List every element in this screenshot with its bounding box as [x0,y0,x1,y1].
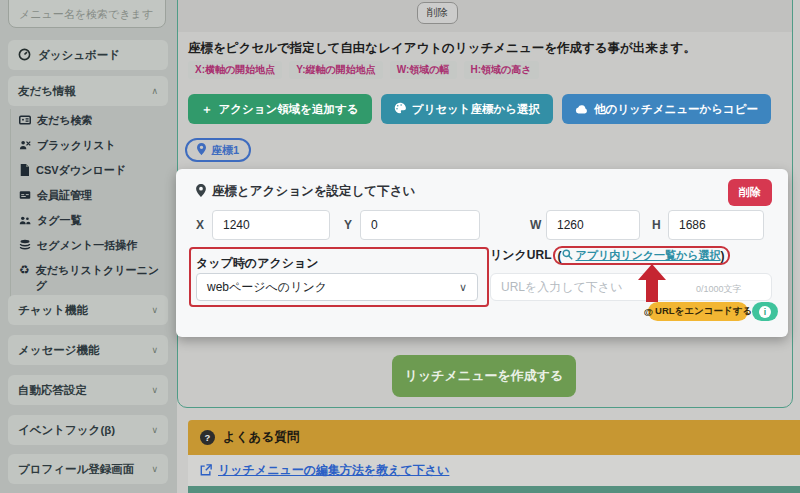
tab-coordinate-1[interactable]: 座標1 [185,138,251,162]
sidebar-item-label: ブラックリスト [37,138,116,153]
sidebar-subnav: 友だち検索 ブラックリスト CSVダウンロード 会員証管理 [10,109,168,297]
link-url-row: リンクURL ( アプリ内リンク一覧から選択 ) [490,246,731,265]
pin-icon [196,184,206,200]
tab-label: 座標1 [211,143,239,158]
preset-coordinates-button[interactable]: プリセット座標から選択 [381,94,553,124]
sidebar-item-label: チャット機能 [18,303,88,318]
sidebar-item-label: CSVダウンロード [36,163,126,178]
url-char-counter: 0/1000文字 [696,283,742,296]
h-field[interactable] [668,210,764,240]
app-link-text: アプリ内リンク一覧から選択 [576,248,721,263]
coordinate-description: 座標をピクセルで指定して自由なレイアウトのリッチメニューを作成する事が出来ます。 [188,40,696,57]
card-title-row: 座標とアクションを設定して下さい [196,183,415,200]
annotation-box-applink: ( アプリ内リンク一覧から選択 ) [553,246,730,265]
create-rich-menu-button[interactable]: リッチメニューを作成する [392,355,576,397]
sidebar-item-event-hook[interactable]: イベントフック(β) ∨ [8,415,168,445]
copy-from-other-menu-button[interactable]: 他のリッチメニューからコピー [562,94,771,124]
w-field-label: W [530,210,541,240]
sidebar-item-label: プロフィール登録画面 [18,462,134,477]
chevron-down-icon: ∨ [151,385,158,395]
tap-action-label: タップ時のアクション [196,255,319,272]
button-label: アクション領域を追加する [219,102,359,117]
x-field[interactable] [212,210,330,240]
add-action-area-button[interactable]: ＋ アクション領域を追加する [188,94,372,124]
sidebar-item-label: イベントフック(β) [18,423,115,438]
link-at-icon: @ [644,306,653,317]
blocked-user-icon [19,139,31,155]
question-icon: ? [200,430,215,445]
page: ダッシュボード 友だち情報 ∧ 友だち検索 ブラックリスト [0,0,800,493]
sidebar-item-label: 会員証管理 [37,188,92,203]
sidebar-item-friend-info[interactable]: 友だち情報 ∧ [8,76,168,106]
sidebar-item-message[interactable]: メッセージ機能 ∨ [8,335,168,365]
sidebar-item-label: 友だちリストクリーニング [36,263,168,293]
w-field[interactable] [546,210,640,240]
chevron-down-icon: ∨ [151,425,158,435]
sidebar: ダッシュボード 友だち情報 ∧ 友だち検索 ブラックリスト [0,0,177,493]
chevron-down-icon: ∨ [151,305,158,315]
faq-edit-link[interactable]: リッチメニューの編集方法を教えて下さい [218,462,449,479]
encode-info-button[interactable]: i [752,302,778,321]
app-link-list-link[interactable]: アプリ内リンク一覧から選択 [562,248,721,263]
sidebar-item-dashboard[interactable]: ダッシュボード [8,40,168,70]
url-encode-button[interactable]: @ URLをエンコードする [648,302,748,321]
cloud-icon [575,103,588,116]
card-title: 座標とアクションを設定して下さい [212,183,415,200]
sidebar-item-blacklist[interactable]: ブラックリスト [11,134,168,159]
sidebar-item-auto-response[interactable]: 自動応答設定 ∨ [8,375,168,405]
people-icon [19,214,31,230]
sidebar-item-label: セグメント一括操作 [37,238,137,253]
sidebar-item-segment-batch[interactable]: セグメント一括操作 [11,234,168,259]
action-button-row: ＋ アクション領域を追加する プリセット座標から選択 他のリッチメニューからコピ… [188,94,771,124]
sidebar-item-chat[interactable]: チャット機能 ∨ [8,295,168,325]
coordinate-card: 座標とアクションを設定して下さい 削除 X Y W H タップ時のアクション w… [176,169,788,337]
dashboard-icon [18,48,31,63]
paren-close: ) [721,249,725,263]
segments-icon [19,239,31,255]
search-icon [562,249,573,262]
button-label: 他のリッチメニューからコピー [594,102,758,117]
button-label: URLをエンコードする [655,305,752,318]
palette-icon [394,102,406,116]
panel-top-strip [178,0,792,32]
recycle-icon: ♻ [19,264,30,277]
chevron-down-icon: ∨ [151,345,158,355]
sidebar-item-label: 友だち検索 [37,113,93,128]
h-field-label: H [652,210,661,240]
faq-header: ? よくある質問 [188,420,800,455]
sidebar-item-tag-list[interactable]: タグ一覧 [11,209,168,234]
faq-title: よくある質問 [223,429,299,446]
delete-coordinate-button[interactable]: 削除 [728,179,772,206]
plus-icon: ＋ [201,102,213,117]
sidebar-item-label: 自動応答設定 [18,383,87,398]
sidebar-item-csv-download[interactable]: CSVダウンロード [11,159,168,184]
sidebar-item-label: 友だち情報 [18,84,76,99]
coordinate-legend: X:横軸の開始地点 Y:縦軸の開始地点 W:領域の幅 H:領域の高さ [188,61,539,79]
y-field[interactable] [360,210,480,240]
file-icon [19,164,30,180]
sidebar-item-profile-registration[interactable]: プロフィール登録画面 ∨ [8,454,168,484]
id-card-icon [19,114,31,130]
chevron-down-icon: ∨ [151,464,158,474]
y-field-label: Y [344,210,352,240]
legend-h: H:領域の高さ [464,61,539,79]
x-field-label: X [196,210,204,240]
info-icon: i [759,306,771,318]
external-link-icon [200,462,212,480]
search-input[interactable] [8,0,166,28]
selected-action: webページへのリンク [207,279,327,296]
sidebar-item-label: タグ一覧 [37,213,82,228]
sidebar-item-friend-list-cleaning[interactable]: ♻ 友だちリストクリーニング [11,259,168,297]
legend-w: W:領域の幅 [390,61,457,79]
pin-icon [197,143,206,157]
sidebar-item-member-card[interactable]: 会員証管理 [11,184,168,209]
delete-image-button[interactable]: 削除 [417,2,458,24]
link-url-label: リンクURL [490,247,552,264]
button-label: プリセット座標から選択 [412,102,540,117]
sidebar-item-friend-search[interactable]: 友だち検索 [11,109,168,134]
next-section-edge [188,486,800,493]
tap-action-select[interactable]: webページへのリンク ∨ [196,273,478,301]
faq-link-row: リッチメニューの編集方法を教えて下さい [188,455,800,486]
legend-y: Y:縦軸の開始地点 [289,61,383,79]
legend-x: X:横軸の開始地点 [188,61,282,79]
